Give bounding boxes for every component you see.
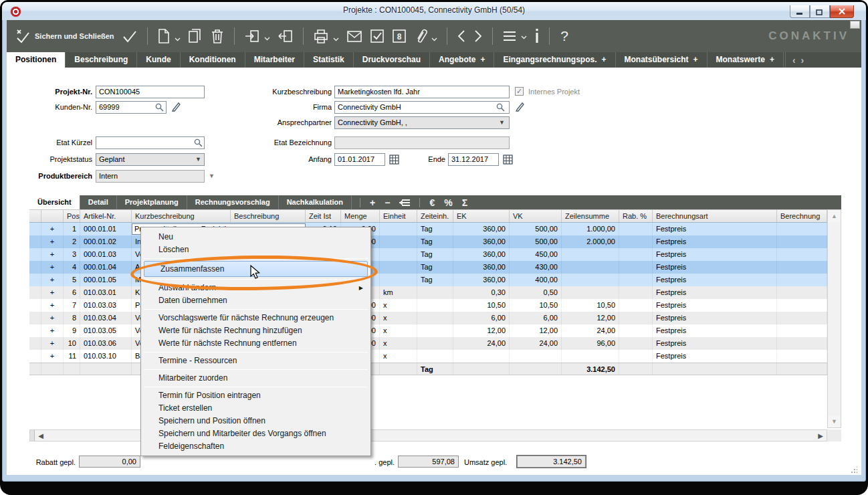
cell-vk[interactable]: 0,50	[510, 286, 562, 299]
menu-item-daten-übernehmen[interactable]: Daten übernehmen	[142, 294, 369, 307]
paperclip-dropdown-chevron-icon[interactable]	[431, 32, 437, 44]
anfang-input[interactable]: 01.01.2017	[334, 153, 385, 166]
cell-rab[interactable]	[619, 274, 653, 286]
cell-pos[interactable]: 9	[64, 324, 80, 337]
copy-button[interactable]	[188, 28, 203, 44]
cell-plus[interactable]: +	[41, 261, 64, 274]
cell-vk[interactable]: 500,00	[510, 235, 562, 248]
cell-ek[interactable]: 360,00	[453, 248, 510, 261]
print-button[interactable]	[313, 29, 339, 44]
cell-rab[interactable]	[619, 223, 653, 235]
cell-summe[interactable]	[562, 248, 619, 261]
save-button[interactable]	[122, 29, 138, 43]
cell-rab[interactable]	[619, 324, 653, 337]
cell-ek[interactable]: 24,00	[453, 337, 510, 350]
cell-ek[interactable]: 360,00	[453, 274, 510, 286]
import-button[interactable]	[244, 29, 270, 43]
tab-druckvorschau[interactable]: Druckvorschau	[354, 52, 430, 68]
cell-handle[interactable]	[29, 223, 41, 235]
sum-icon[interactable]: Σ	[462, 197, 467, 208]
cell-art[interactable]: Festpreis	[653, 350, 777, 363]
tab-monatswerte[interactable]: Monatswerte+	[708, 52, 784, 68]
menu-item-termine-ressourcen[interactable]: Termine - Ressourcen	[142, 355, 369, 367]
cell-artikel[interactable]: 010.03.04	[80, 312, 132, 324]
column-header-handle[interactable]	[29, 210, 41, 222]
cell-ek[interactable]: 360,00	[453, 235, 510, 248]
etat-kuerzel-search-icon[interactable]	[194, 138, 203, 147]
currency-icon[interactable]: €	[429, 197, 435, 208]
cell-pos[interactable]: 6	[64, 286, 80, 299]
cell-handle[interactable]	[29, 350, 41, 363]
cell-artikel[interactable]: 010.03.10	[80, 350, 132, 363]
cell-rab[interactable]	[619, 248, 653, 261]
column-header-art[interactable]: Berechnungsart	[653, 210, 777, 222]
cell-einheit[interactable]	[380, 223, 417, 235]
cell-ek[interactable]: 12,00	[453, 324, 510, 337]
column-header-einheit[interactable]: Einheit	[380, 210, 417, 222]
resize-grip[interactable]	[851, 467, 857, 474]
paperclip-button[interactable]	[414, 28, 437, 44]
subtab-projektplanung[interactable]: Projektplanung	[117, 195, 187, 209]
cell-pos[interactable]: 2	[64, 235, 80, 248]
tab-angebote[interactable]: Angebote+	[430, 52, 494, 68]
cell-handle[interactable]	[29, 312, 41, 324]
cell-plus[interactable]: +	[41, 223, 64, 235]
projektstatus-select[interactable]: Geplant	[96, 153, 205, 166]
tab-plus-icon[interactable]: +	[693, 55, 698, 64]
cell-einheit[interactable]	[380, 261, 417, 274]
cell-plus[interactable]: +	[41, 350, 64, 363]
cell-vk[interactable]: 500,00	[510, 223, 562, 235]
firma-edit-icon[interactable]	[515, 102, 524, 112]
title-bar[interactable]: Projekte : CON100045, Connectivity GmbH …	[2, 2, 866, 20]
cell-zeiteinh[interactable]: Tag	[417, 261, 453, 274]
cell-summe[interactable]	[562, 350, 619, 363]
cell-ek[interactable]: 360,00	[453, 261, 510, 274]
cell-summe[interactable]: 1.000,00	[562, 223, 619, 235]
cell-summe[interactable]: 96,00	[562, 337, 619, 350]
cell-zeiteinh[interactable]	[417, 324, 453, 337]
cell-summe[interactable]: 24,00	[562, 324, 619, 337]
cell-rab[interactable]	[619, 350, 653, 363]
cell-pos[interactable]: 1	[64, 223, 80, 235]
menu-item-löschen[interactable]: Löschen	[142, 243, 369, 256]
cell-summe[interactable]	[562, 261, 619, 274]
cell-plus[interactable]: +	[41, 286, 64, 299]
cell-einheit[interactable]	[380, 235, 417, 248]
column-header-ber2[interactable]: Berechnung	[777, 210, 827, 222]
cell-ber2[interactable]	[777, 248, 827, 261]
ansprechpartner-select[interactable]: Connectivity GmbH, ,	[334, 116, 510, 129]
cell-handle[interactable]	[29, 324, 41, 337]
cell-plus[interactable]: +	[41, 274, 64, 286]
cell-ek[interactable]: 360,00	[453, 223, 510, 235]
internes-projekt-checkbox[interactable]: ✓	[515, 87, 524, 96]
tab-konditionen[interactable]: Konditionen	[181, 52, 245, 68]
scroll-right-icon[interactable]: ▶	[815, 432, 827, 439]
cell-zeiteinh[interactable]	[417, 286, 453, 299]
firma-input[interactable]: Connectivity GmbH	[334, 101, 510, 114]
cell-ber2[interactable]	[777, 350, 827, 363]
cell-ber2[interactable]	[777, 261, 827, 274]
menu-item-termin-für-position-eintragen[interactable]: Termin für Position eintragen	[142, 389, 369, 402]
cell-art[interactable]: Festpreis	[653, 299, 777, 312]
cell-handle[interactable]	[29, 261, 41, 274]
projekt-nr-input[interactable]: CON100045	[96, 86, 205, 98]
tab-kunde[interactable]: Kunde	[137, 52, 180, 68]
cell-vk[interactable]: 400,00	[510, 274, 562, 286]
cell-summe[interactable]	[562, 286, 619, 299]
cell-zeiteinh[interactable]	[417, 312, 453, 324]
tab-mitarbeiter[interactable]: Mitarbeiter	[245, 52, 304, 68]
trash-button[interactable]	[210, 28, 225, 44]
tab-plus-icon[interactable]: +	[601, 55, 606, 64]
cell-artikel[interactable]: 010.03.05	[80, 324, 132, 337]
column-header-zeiteinh[interactable]: Zeiteinh.	[417, 210, 453, 222]
cell-einheit[interactable]: km	[380, 286, 417, 299]
cell-art[interactable]: Festpreis	[653, 235, 777, 248]
scroll-left-icon[interactable]: ◀	[35, 432, 47, 439]
cell-handle[interactable]	[29, 337, 41, 350]
cell-vk[interactable]: 24,00	[510, 337, 562, 350]
cell-art[interactable]: Festpreis	[653, 248, 777, 261]
cell-ek[interactable]: 6,00	[453, 312, 510, 324]
cell-art[interactable]: Festpreis	[653, 274, 777, 286]
cell-vk[interactable]: 12,00	[510, 324, 562, 337]
maximize-button[interactable]	[810, 5, 830, 18]
